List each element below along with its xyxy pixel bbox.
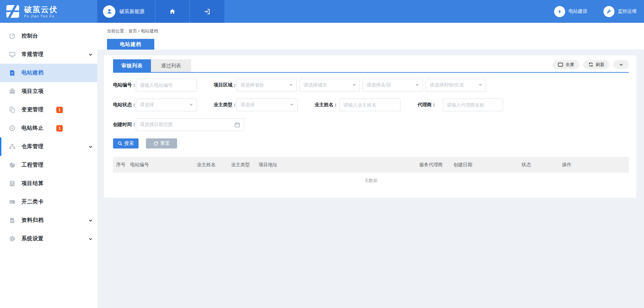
owner-type-label: 业主类型： [214, 102, 235, 108]
province-select[interactable]: 请选择省份 [236, 79, 297, 91]
target-icon [8, 125, 16, 132]
sidebar-item-project-initiation[interactable]: 项目立项 [0, 82, 97, 101]
reset-button[interactable]: 重置 [146, 138, 177, 148]
nav-station-construction[interactable]: 电站建设 [554, 6, 587, 17]
caret-down-icon [290, 104, 293, 106]
logout-button[interactable] [190, 0, 224, 23]
badge-count: 1 [56, 125, 63, 131]
monitor-icon [8, 51, 16, 58]
sidebar-item-station-archive[interactable]: 电站建档 [0, 64, 97, 82]
sidebar-item-type2-card[interactable]: 开二类卡 [0, 193, 97, 211]
sidebar-item-console[interactable]: 控制台 [0, 27, 97, 45]
chevron-down-icon [619, 62, 624, 67]
card-icon [8, 198, 16, 206]
owner-name-input[interactable] [343, 102, 396, 108]
owner-name-label: 业主姓名： [315, 102, 338, 108]
col-station-no: 电站编号 [130, 162, 197, 168]
sidebar-item-general-mgmt[interactable]: 常规管理 [0, 45, 97, 64]
sidebar-item-data-archive[interactable]: 资料归档 [0, 211, 97, 230]
empty-placeholder: 无数据 [113, 173, 629, 189]
company-name: 破茧新能源 [119, 8, 145, 15]
sidebar-item-warehouse-mgmt[interactable]: 仓库管理 [0, 137, 97, 156]
chevron-down-icon [88, 218, 93, 223]
table-header: 序号 电站编号 业主姓名 业主类型 项目地址 服务代理商 创建日期 状态 操作 [113, 157, 629, 173]
county-select[interactable]: 请选择县/区 [363, 79, 423, 91]
sidebar-item-change-mgmt[interactable]: 变更管理 1 [0, 101, 97, 119]
tab-passed-list[interactable]: 通过列表 [151, 59, 191, 72]
col-owner-type: 业主类型 [231, 162, 259, 168]
col-owner-name: 业主姓名 [197, 162, 231, 168]
sidebar-item-system-settings[interactable]: 系统设置 [0, 230, 97, 248]
caret-down-icon [416, 84, 419, 86]
col-status: 状态 [522, 162, 562, 168]
refresh-icon [588, 62, 593, 67]
station-no-input[interactable] [140, 82, 193, 88]
gear-icon [8, 235, 16, 243]
station-status-label: 电站状态： [113, 102, 135, 108]
home-button[interactable] [156, 0, 189, 23]
file-icon [8, 217, 16, 224]
content-card: 审核列表通过列表 全屏 刷新 电站编 [104, 55, 636, 198]
wrench-icon [603, 6, 614, 17]
sidebar-item-engineering-mgmt[interactable]: 工程管理 [0, 156, 97, 174]
town-select[interactable]: 请选择村镇/街道 [426, 79, 486, 91]
fullscreen-icon [558, 62, 563, 67]
station-no-label: 电站编号： [113, 82, 135, 88]
agent-input[interactable] [447, 102, 499, 108]
date-range-picker[interactable]: 请选择日期范围 [136, 118, 244, 131]
lightning-icon [554, 6, 565, 17]
station-status-select[interactable]: 请选择 [136, 99, 197, 111]
reset-icon [153, 141, 158, 146]
station-no-input-box [136, 79, 197, 91]
search-button[interactable]: 搜索 [113, 138, 139, 148]
region-label: 项目区域： [214, 82, 235, 88]
nav-monitoring-ops-label: 监控运维 [618, 8, 637, 14]
col-project-address: 项目地址 [259, 162, 419, 168]
col-index: 序号 [116, 162, 130, 168]
user-menu[interactable]: 破茧新能源 [97, 0, 155, 23]
user-icon [106, 8, 113, 15]
logout-icon [204, 8, 211, 15]
refresh-button[interactable]: 刷新 [583, 60, 609, 69]
breadcrumb-strip: 当前位置：首页 / 电站建档 电站建档 [97, 23, 644, 50]
nav-station-construction-label: 电站建设 [569, 8, 587, 14]
chevron-down-icon [88, 52, 93, 57]
nav-monitoring-ops[interactable]: 监控运维 [603, 6, 637, 17]
fullscreen-button[interactable]: 全屏 [553, 60, 579, 69]
chevron-down-icon [88, 144, 93, 149]
caret-down-icon [190, 104, 193, 106]
gauge-icon [8, 162, 16, 169]
briefcase-icon [8, 88, 16, 95]
home-icon [169, 8, 176, 15]
dashboard-icon [8, 33, 16, 40]
caret-down-icon [353, 84, 356, 86]
agent-input-box [443, 99, 503, 111]
brand-logo: 破茧云伏 Po Jian Yun Fu [0, 0, 97, 23]
active-accent-bar [0, 137, 1, 156]
search-icon [118, 141, 122, 146]
sidebar: 控制台 常规管理 电站建档 项目立项 [0, 23, 97, 308]
tab-review-list[interactable]: 审核列表 [113, 59, 151, 72]
col-create-date: 创建日期 [453, 162, 522, 168]
document-icon [8, 69, 16, 77]
caret-down-icon [289, 84, 293, 86]
tabs-row: 审核列表通过列表 全屏 刷新 [113, 59, 629, 73]
city-select[interactable]: 请选择城市 [300, 79, 360, 91]
calendar-icon [234, 122, 240, 128]
app-header: 破茧云伏 Po Jian Yun Fu 破茧新能源 [0, 0, 644, 23]
breadcrumb: 当前位置：首页 / 电站建档 [107, 28, 158, 34]
pages-icon [8, 106, 16, 114]
col-actions: 操作 [562, 162, 629, 168]
owner-type-select[interactable]: 请选择 [236, 99, 298, 111]
sitemap-icon [8, 143, 16, 150]
chevron-down-icon [88, 237, 93, 241]
sidebar-item-station-termination[interactable]: 电站终止 1 [0, 119, 97, 137]
calculator-icon [8, 180, 16, 187]
sidebar-item-project-settlement[interactable]: 项目结算 [0, 174, 97, 193]
page-tab-station-archive[interactable]: 电站建档 [107, 39, 154, 50]
agent-label: 代理商： [418, 102, 436, 108]
collapse-button[interactable] [613, 60, 629, 69]
badge-count: 1 [56, 107, 63, 113]
col-service-agent: 服务代理商 [419, 162, 453, 168]
brand-title: 破茧云伏 [24, 5, 58, 14]
